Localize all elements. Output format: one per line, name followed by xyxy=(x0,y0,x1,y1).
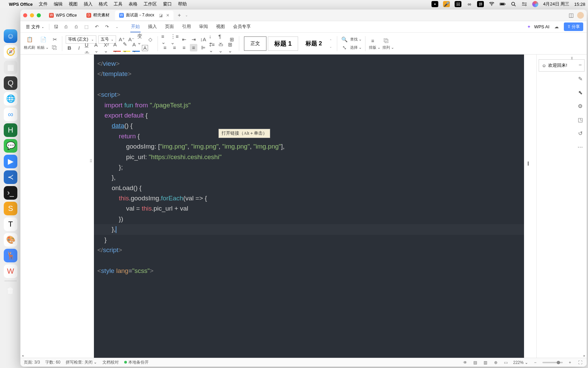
align-justify-icon[interactable]: ≡ xyxy=(190,44,197,51)
history-icon[interactable]: ↺ xyxy=(576,129,584,137)
web-view-icon[interactable]: ⊕ xyxy=(493,359,499,366)
align-left-icon[interactable]: ≡ xyxy=(161,44,169,51)
menubar-time[interactable]: 15:28 xyxy=(574,2,585,7)
status-zoom[interactable]: 222% ⌄ xyxy=(513,360,528,365)
scroll-left-icon[interactable]: ◂ xyxy=(22,354,23,357)
cut-icon[interactable]: ✂ xyxy=(51,36,59,43)
italic-icon[interactable]: I xyxy=(75,44,83,52)
preview-icon[interactable]: ⬚ xyxy=(83,23,90,31)
app-name[interactable]: WPS Office xyxy=(9,2,33,7)
ime-icon[interactable]: 拼 xyxy=(477,1,484,7)
menu-tab-view[interactable]: 视图 xyxy=(215,21,226,32)
shading-icon[interactable]: ▭ ⌄ xyxy=(218,44,226,51)
zoom-in-icon[interactable]: + xyxy=(567,359,573,366)
paste-icon[interactable]: 📄 xyxy=(39,36,47,43)
menu-edit[interactable]: 编辑 xyxy=(54,1,63,7)
menu-tab-review[interactable]: 审阅 xyxy=(198,21,209,32)
battery-icon[interactable] xyxy=(500,1,506,7)
tab-template[interactable]: D 稻壳素材 xyxy=(82,11,114,20)
dock-sublime[interactable]: S xyxy=(4,202,17,215)
fullscreen-icon[interactable]: ⛶ xyxy=(577,359,583,366)
status-page[interactable]: 页面: 3/3 xyxy=(24,359,40,365)
dock-art[interactable]: 🎨 xyxy=(4,233,17,247)
app-icon-1[interactable]: 回 xyxy=(455,1,461,7)
app-icon-2[interactable]: ∞ xyxy=(466,1,472,7)
mic-icon[interactable]: 🎤 xyxy=(443,1,450,7)
dropdown-icon[interactable]: ⌄ xyxy=(113,23,121,31)
dock-baidu[interactable]: ∞ xyxy=(4,108,17,121)
dock-deer[interactable]: 🦌 xyxy=(4,249,17,262)
paste-label[interactable]: 粘贴 ⌄ xyxy=(37,45,49,50)
eye-icon[interactable]: 👁 xyxy=(462,359,468,366)
menu-table[interactable]: 表格 xyxy=(129,1,137,7)
tab-close-button[interactable]: ✕ xyxy=(166,13,169,18)
dock-safari[interactable]: 🧭 xyxy=(4,45,17,59)
tab-dropdown-icon[interactable]: ⌄ xyxy=(185,13,188,17)
settings-icon[interactable]: ⚙ xyxy=(576,102,584,110)
menu-tab-start[interactable]: 开始 xyxy=(130,21,141,32)
print-icon[interactable]: ⎙ xyxy=(62,23,70,31)
menu-tab-reference[interactable]: 引用 xyxy=(181,21,192,32)
align-right-icon[interactable]: ≡ xyxy=(180,44,188,51)
dock-finder[interactable]: ☺ xyxy=(4,29,17,43)
zoom-slider[interactable] xyxy=(542,362,563,363)
copy-icon[interactable]: ⿻ xyxy=(51,44,58,51)
read-view-icon[interactable]: ▭ xyxy=(503,359,509,366)
pen-icon[interactable]: ✎ xyxy=(576,75,584,82)
numbering-icon[interactable]: ⋮≡ ⌄ xyxy=(171,36,178,43)
dock-quicktime[interactable]: Q xyxy=(4,76,17,90)
dock-wps[interactable]: W xyxy=(4,264,17,278)
style-scroll-up-icon[interactable]: ⌃ xyxy=(329,39,332,42)
style-heading2[interactable]: 标题 2 xyxy=(299,36,328,51)
style-heading1[interactable]: 标题 1 xyxy=(268,36,298,51)
strikethrough-icon[interactable]: A ⌄ xyxy=(94,44,102,52)
menu-tab-member[interactable]: 会员专享 xyxy=(232,21,251,32)
dock-launchpad[interactable]: ▦ xyxy=(4,61,17,74)
text-direction-icon[interactable]: ↕A xyxy=(199,36,207,43)
find-label[interactable]: 查找 ⌄ xyxy=(350,37,362,42)
horizontal-scrollbar[interactable]: ◂ ▸ xyxy=(20,354,587,358)
dock-feishu[interactable]: ▶ xyxy=(4,155,17,168)
increase-indent-icon[interactable]: ⇥ xyxy=(190,36,197,43)
char-border-icon[interactable]: A xyxy=(142,45,148,51)
share-button[interactable]: ⇪ 分享 xyxy=(564,22,583,31)
font-color-icon[interactable]: A ⌄ xyxy=(113,44,121,52)
status-proofread[interactable]: 文档校对 xyxy=(102,359,119,365)
control-center-icon[interactable] xyxy=(521,1,527,7)
menu-insert[interactable]: 插入 xyxy=(84,1,93,7)
tab-document[interactable]: W 面试题－7.docx ◪ ✕ xyxy=(115,11,174,20)
status-words[interactable]: 字数: 60 xyxy=(45,359,60,365)
outline-view-icon[interactable]: ▥ xyxy=(483,359,489,366)
highlight-icon[interactable]: ✎ ⌄ xyxy=(123,44,130,52)
more-icon[interactable]: ⋯ xyxy=(576,143,584,151)
align-center-icon[interactable]: ≡ xyxy=(171,44,178,51)
status-backup[interactable]: 本地备份开 xyxy=(124,359,149,365)
scroll-right-icon[interactable]: ▸ xyxy=(584,354,585,357)
menu-view[interactable]: 视图 xyxy=(69,1,78,7)
window-icon[interactable]: ◳ xyxy=(576,116,584,123)
file-menu-button[interactable]: ☰ 文件 ⌄ xyxy=(24,24,46,30)
page-view-icon[interactable]: ▤ xyxy=(472,359,478,366)
minus-icon[interactable]: − xyxy=(576,61,584,69)
avatar-icon[interactable] xyxy=(577,12,584,19)
zoom-out-icon[interactable]: − xyxy=(532,359,538,366)
arrange-label[interactable]: 排版 ⌄ xyxy=(369,45,380,50)
code-block[interactable]: </view> </template> <script> import fun … xyxy=(94,55,524,358)
data-link[interactable]: data xyxy=(112,122,124,129)
format-painter-label[interactable]: 格式刷 xyxy=(24,45,35,50)
close-button[interactable] xyxy=(23,13,27,17)
layout-icon[interactable]: ◫ xyxy=(569,12,574,18)
menubar-date[interactable]: 4月24日 周三 xyxy=(543,1,569,7)
save-icon[interactable]: 🖫 xyxy=(52,23,60,31)
cloud-icon[interactable]: ☁ xyxy=(553,23,560,31)
menu-window[interactable]: 窗口 xyxy=(163,1,172,7)
maximize-button[interactable] xyxy=(37,13,41,17)
minimize-button[interactable] xyxy=(30,13,34,17)
style-body[interactable]: 正文 xyxy=(244,36,266,51)
dock-wechat[interactable]: 💬 xyxy=(4,139,17,153)
line-spacing-icon[interactable]: ‡≡ ⌄ xyxy=(209,44,216,51)
distribute-icon[interactable]: ⊫ xyxy=(199,44,207,51)
font-color2-icon[interactable]: A ⌄ xyxy=(132,44,140,52)
menu-tab-page[interactable]: 页面 xyxy=(164,21,175,32)
menu-workspace[interactable]: 工作区 xyxy=(144,1,157,7)
